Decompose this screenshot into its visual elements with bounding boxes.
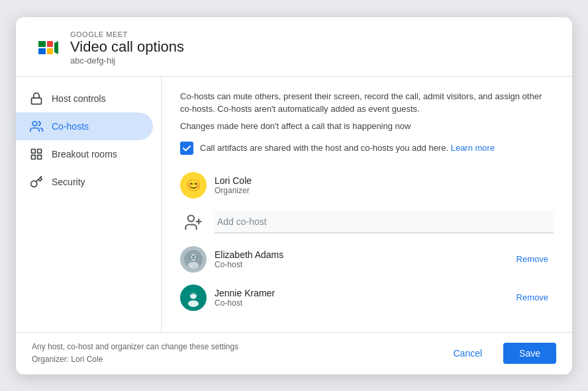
sidebar-item-breakout-rooms[interactable]: Breakout rooms bbox=[16, 140, 153, 168]
sidebar-item-label: Co-hosts bbox=[52, 121, 89, 132]
learn-more-link[interactable]: Learn more bbox=[451, 143, 495, 153]
svg-rect-4 bbox=[47, 48, 53, 54]
svg-point-7 bbox=[32, 121, 37, 126]
cancel-button[interactable]: Cancel bbox=[440, 343, 495, 364]
artifacts-label: Call artifacts are shared with the host … bbox=[200, 142, 495, 154]
svg-point-12 bbox=[188, 215, 194, 221]
artifacts-checkbox-row: Call artifacts are shared with the host … bbox=[180, 142, 554, 155]
add-cohost-input[interactable] bbox=[215, 211, 554, 234]
person-name-lori: Lori Cole bbox=[215, 175, 554, 186]
footer-buttons: Cancel Save bbox=[440, 343, 556, 364]
header-text: GOOGLE MEET Video call options abc-defg-… bbox=[70, 30, 184, 65]
avatar-jennie bbox=[180, 284, 207, 311]
svg-rect-11 bbox=[38, 155, 42, 159]
sidebar: Host controls Co-hosts bbox=[16, 77, 162, 332]
person-role-jennie: Co-host bbox=[215, 298, 503, 308]
sidebar-item-label: Breakout rooms bbox=[52, 149, 117, 159]
main-content: Co-hosts can mute others, present their … bbox=[162, 77, 572, 332]
dialog-header: GOOGLE MEET Video call options abc-defg-… bbox=[16, 17, 572, 77]
avatar-lori: 😊 bbox=[180, 172, 207, 198]
cohost-note: Changes made here don't affect a call th… bbox=[180, 121, 554, 131]
person-row-elizabeth: Elizabeth Adams Co-host Remove bbox=[180, 242, 554, 277]
footer-info-line2: Organizer: Lori Cole bbox=[32, 353, 238, 366]
dialog-body: Host controls Co-hosts bbox=[16, 77, 572, 332]
app-name: GOOGLE MEET bbox=[70, 30, 184, 38]
footer-info: Any host, co-host and organizer can chan… bbox=[32, 341, 238, 366]
svg-point-23 bbox=[188, 300, 199, 307]
svg-rect-3 bbox=[47, 41, 53, 47]
sidebar-item-label: Host controls bbox=[52, 93, 106, 104]
grid-icon bbox=[29, 147, 44, 161]
dialog-title: Video call options bbox=[70, 38, 184, 56]
svg-rect-8 bbox=[32, 149, 36, 153]
artifacts-checkbox[interactable] bbox=[180, 142, 193, 155]
sidebar-item-co-hosts[interactable]: Co-hosts bbox=[16, 112, 153, 140]
svg-rect-1 bbox=[38, 41, 46, 47]
footer-info-line1: Any host, co-host and organizer can chan… bbox=[32, 341, 238, 353]
add-cohost-row bbox=[180, 206, 554, 238]
svg-rect-10 bbox=[32, 155, 36, 159]
svg-point-17 bbox=[188, 262, 199, 269]
person-name-jennie: Jennie Kramer bbox=[215, 288, 503, 298]
sidebar-item-host-controls[interactable]: Host controls bbox=[16, 85, 153, 112]
sidebar-item-label: Security bbox=[52, 177, 85, 187]
cohost-description: Co-hosts can mute others, present their … bbox=[180, 90, 554, 116]
svg-rect-2 bbox=[38, 48, 46, 54]
dialog-footer: Any host, co-host and organizer can chan… bbox=[16, 332, 572, 374]
lock-icon bbox=[29, 91, 44, 106]
person-info-elizabeth: Elizabeth Adams Co-host bbox=[215, 249, 503, 269]
person-row-lori: 😊 Lori Cole Organizer bbox=[180, 168, 554, 202]
remove-elizabeth-button[interactable]: Remove bbox=[511, 251, 554, 267]
save-button[interactable]: Save bbox=[503, 343, 556, 364]
svg-marker-5 bbox=[54, 41, 58, 54]
person-row-jennie: Jennie Kramer Co-host Remove bbox=[180, 281, 554, 315]
remove-jennie-button[interactable]: Remove bbox=[511, 290, 554, 305]
person-role-lori: Organizer bbox=[215, 186, 554, 195]
svg-rect-6 bbox=[32, 98, 42, 104]
video-call-options-dialog: GOOGLE MEET Video call options abc-defg-… bbox=[16, 17, 572, 374]
dialog-subtitle: abc-defg-hij bbox=[70, 56, 184, 65]
person-role-elizabeth: Co-host bbox=[215, 260, 503, 269]
avatar-elizabeth bbox=[180, 246, 207, 273]
people-icon bbox=[29, 119, 44, 134]
person-info-lori: Lori Cole Organizer bbox=[215, 175, 554, 195]
svg-rect-9 bbox=[38, 149, 42, 153]
key-icon bbox=[29, 175, 44, 189]
person-info-jennie: Jennie Kramer Co-host bbox=[215, 288, 503, 308]
sidebar-item-security[interactable]: Security bbox=[16, 168, 153, 196]
person-name-elizabeth: Elizabeth Adams bbox=[215, 249, 503, 260]
add-person-icon bbox=[180, 209, 207, 236]
google-meet-logo bbox=[34, 34, 61, 61]
